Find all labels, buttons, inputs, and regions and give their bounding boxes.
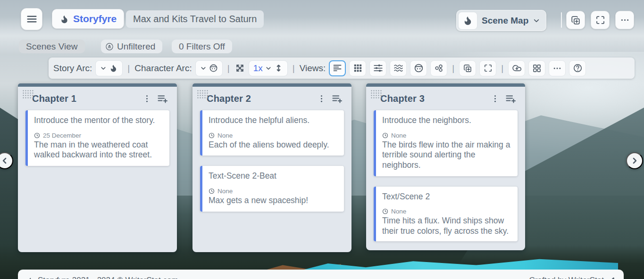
scene-time: None: [217, 188, 233, 195]
chevron-left-icon: [0, 156, 9, 165]
chevron-right-icon: [630, 156, 639, 165]
scene-card[interactable]: Introduce the neighbors. None The birds …: [374, 110, 518, 176]
more-options-button[interactable]: [615, 11, 634, 29]
story-arc-selector[interactable]: [95, 60, 123, 76]
chevron-down-icon: [533, 17, 540, 25]
chapter-column: Chapter 1 Introduce the mentor of the st…: [18, 83, 177, 252]
filter-state-label: Unfiltered: [117, 41, 155, 52]
chevron-down-icon: [200, 65, 207, 72]
clock-icon: [382, 208, 388, 214]
header-separator: [561, 12, 562, 28]
chevron-down-icon: [265, 65, 272, 72]
scene-map-flame-button[interactable]: [458, 12, 477, 30]
duplicate-button[interactable]: [566, 11, 585, 29]
nodes-icon: [434, 63, 444, 73]
toolbar-separator: |: [451, 63, 456, 74]
scene-card[interactable]: Introduce the helpful aliens. None Each …: [200, 110, 344, 156]
flame-icon: [59, 14, 69, 24]
scene-title: Introduce the neighbors.: [382, 115, 512, 126]
add-scene-icon[interactable]: [329, 93, 345, 104]
column-header: Chapter 1: [18, 87, 177, 110]
kebab-menu-icon[interactable]: [314, 94, 329, 104]
grid-3x3-icon: [353, 63, 363, 73]
column-title: Chapter 2: [207, 93, 314, 104]
toolbar-separator: |: [500, 63, 505, 74]
scene-body: The man in the weathered coat walked bac…: [34, 140, 164, 160]
pencil-icon[interactable]: [607, 277, 615, 279]
column-title: Chapter 1: [32, 93, 140, 104]
scene-title: Introduce the mentor of the story.: [34, 115, 164, 126]
character-arc-label: Character Arc:: [134, 63, 192, 74]
brand-button[interactable]: Storyfyre: [52, 9, 124, 29]
chapter-column: Chapter 3 Introduce the neighbors. None …: [366, 83, 525, 250]
book-title[interactable]: Max and Kits Travel to Saturn: [126, 10, 264, 28]
filters-count-chip[interactable]: 0 Filters Off: [172, 40, 232, 53]
grid-2x2-icon: [532, 64, 542, 73]
chapter-column: Chapter 2 Introduce the helpful aliens. …: [192, 83, 351, 252]
copy-plus-icon: [570, 15, 581, 25]
scene-time: 25 December: [43, 132, 81, 139]
view-list-button[interactable]: [329, 60, 346, 76]
fullscreen-board-button[interactable]: [479, 60, 496, 76]
apps-grid-button[interactable]: [528, 60, 545, 76]
scene-body: Time hits a flux. Wind ships show their …: [382, 216, 512, 236]
column-top-bar: [18, 83, 177, 87]
kebab-menu-icon[interactable]: [140, 94, 154, 104]
view-waves-button[interactable]: [390, 60, 407, 76]
scene-map-selector[interactable]: Scene Map: [456, 10, 546, 31]
column-top-bar: [192, 83, 351, 87]
cloud-download-icon: [512, 63, 522, 73]
align-left-icon: [333, 63, 343, 73]
fullscreen-button[interactable]: [591, 11, 610, 29]
character-arc-selector[interactable]: [195, 60, 223, 76]
filter-state-chip[interactable]: Unfiltered: [101, 40, 162, 53]
scale-selector[interactable]: 1x: [249, 60, 288, 76]
clock-icon: [209, 188, 215, 194]
menu-button[interactable]: [21, 8, 42, 30]
column-header: Chapter 3: [366, 87, 525, 110]
clock-icon: [382, 132, 388, 139]
scene-time: None: [391, 132, 406, 139]
view-sliders-button[interactable]: [369, 60, 386, 76]
ninja-face-icon: [209, 64, 218, 73]
story-arc-label: Story Arc:: [53, 63, 92, 74]
scene-map-toolbar: Story Arc: | Character Arc: | 1x | Views…: [49, 57, 635, 79]
toolbar-separator: |: [226, 63, 231, 74]
scroll-right-button[interactable]: [626, 152, 643, 169]
ellipsis-icon: [620, 15, 630, 25]
scene-time: None: [391, 208, 406, 215]
ellipsis-icon: [552, 64, 562, 73]
add-scene-icon[interactable]: [154, 93, 170, 104]
drag-handle-icon[interactable]: [22, 90, 34, 99]
scene-card[interactable]: Text/Scene 2 None Time hits a flux. Wind…: [374, 187, 518, 241]
add-scene-icon[interactable]: [502, 93, 519, 104]
scene-card[interactable]: Text-Scene 2-Beat None Max gets a new sp…: [200, 166, 344, 211]
help-button[interactable]: [569, 60, 586, 76]
eject-icon: [105, 42, 114, 51]
clock-icon: [34, 132, 40, 139]
filters-count-label: 0 Filters Off: [179, 41, 225, 52]
scene-card[interactable]: Introduce the mentor of the story. 25 De…: [25, 110, 169, 166]
toolbar-more-button[interactable]: [549, 60, 566, 76]
scene-body: Max gets a new spaceship!: [209, 196, 338, 206]
help-icon: [573, 63, 583, 73]
scenes-view-chip[interactable]: Scenes View: [19, 40, 85, 53]
footer-copyright: Storyfyre 2021 - 2024 © WriterStat.com: [38, 276, 178, 279]
duplicate-scene-button[interactable]: [459, 60, 476, 76]
drag-handle-icon[interactable]: [197, 90, 209, 99]
expand-arrows-icon[interactable]: [234, 63, 245, 74]
scene-body: The birds flew into the air making a ter…: [382, 140, 512, 171]
drag-handle-icon[interactable]: [370, 90, 382, 99]
view-nodes-button[interactable]: [430, 60, 447, 76]
scene-title: Text-Scene 2-Beat: [209, 171, 338, 181]
view-character-button[interactable]: [410, 60, 427, 76]
copy-plus-icon: [463, 64, 472, 73]
scene-time: None: [217, 132, 233, 139]
hamburger-icon: [26, 13, 38, 25]
view-grid-button[interactable]: [349, 60, 366, 76]
brand-label: Storyfyre: [73, 13, 117, 25]
views-label: Views:: [300, 63, 326, 74]
cloud-download-button[interactable]: [508, 60, 525, 76]
footer: Storyfyre 2021 - 2024 © WriterStat.com C…: [18, 270, 624, 279]
kebab-menu-icon[interactable]: [488, 94, 502, 104]
